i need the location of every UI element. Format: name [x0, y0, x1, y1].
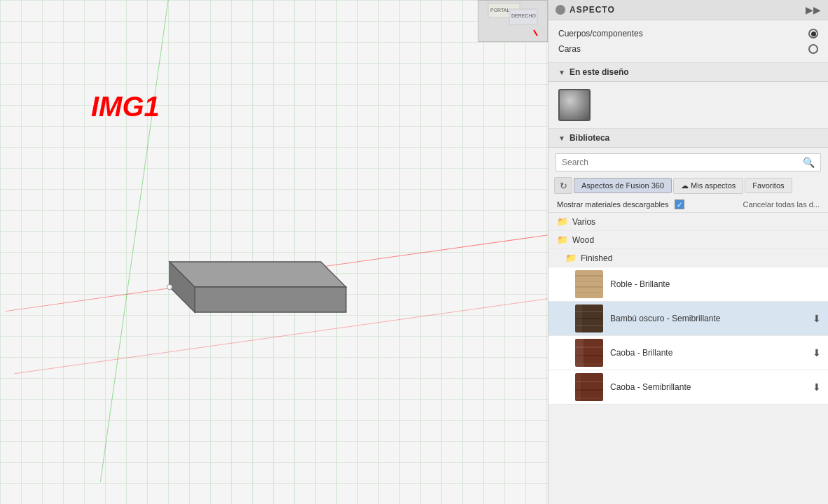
tree-item-finished[interactable]: 📁 Finished	[548, 249, 828, 267]
material-thumb-bambu	[575, 304, 603, 332]
material-thumb-caoba2	[575, 373, 603, 401]
refresh-button[interactable]: ↻	[554, 177, 572, 194]
en-este-diseno-title: En este diseño	[570, 67, 629, 77]
radio-cuerpos[interactable]	[808, 29, 818, 38]
material-tree-list[interactable]: 📁 Varios 📁 Wood 📁 Finished	[548, 213, 828, 504]
collapse-arrow-icon: ▼	[558, 69, 565, 76]
viewport-image-label: IMG1	[91, 91, 160, 122]
svg-rect-9	[575, 270, 603, 298]
tree-label-varios: Varios	[572, 217, 595, 227]
tab-favoritos[interactable]: Favoritos	[745, 178, 792, 193]
svg-rect-28	[575, 373, 581, 401]
material-thumb-inner	[560, 90, 589, 120]
material-row-caoba2[interactable]: Caoba - Semibrillante ⬇	[548, 370, 828, 405]
tabs-row: ↻ Aspectos de Fusion 360 ☁ Mis aspectos …	[548, 177, 828, 194]
svg-point-3	[167, 284, 172, 289]
svg-rect-23	[575, 339, 584, 367]
panel-expand-button[interactable]: ▶▶	[806, 4, 821, 15]
material-thumb-roble	[575, 270, 603, 298]
panel-title: ASPECTO	[570, 5, 801, 15]
svg-text:DERECHO: DERECHO	[511, 13, 537, 18]
cancel-all-link[interactable]: Cancelar todas las d...	[743, 200, 820, 209]
navigation-cube[interactable]: PORTAL DERECHO	[478, 0, 548, 42]
panel-header: ASPECTO ▶▶	[548, 0, 828, 20]
download-icon-caoba2[interactable]: ⬇	[813, 382, 821, 393]
material-label-bambu: Bambú oscuro - Semibrillante	[610, 314, 806, 323]
biblioteca-header[interactable]: ▼ Biblioteca	[548, 129, 828, 148]
cloud-icon: ☁	[681, 181, 689, 190]
biblioteca-title: Biblioteca	[570, 133, 609, 143]
show-downloadable-checkbox[interactable]: ✓	[675, 200, 684, 209]
folder-icon: 📁	[565, 253, 577, 263]
radio-label-cuerpos: Cuerpos/componentes	[558, 29, 643, 38]
show-downloadable-label: Mostrar materiales descargables	[557, 200, 669, 209]
folder-icon: 📁	[557, 234, 568, 245]
radio-label-caras: Caras	[558, 44, 581, 54]
checkbox-row: Mostrar materiales descargables ✓ Cancel…	[548, 197, 828, 213]
radio-section: Cuerpos/componentes Caras	[548, 20, 828, 63]
panel-icon	[556, 5, 565, 15]
radio-caras[interactable]	[808, 44, 818, 54]
tree-label-finished: Finished	[581, 253, 612, 263]
biblioteca-arrow-icon: ▼	[558, 134, 565, 142]
tab-aspectos-fusion[interactable]: Aspectos de Fusion 360	[574, 178, 672, 193]
material-row-bambu[interactable]: Bambú oscuro - Semibrillante ⬇	[548, 302, 828, 336]
search-icon: 🔍	[797, 154, 820, 171]
radio-row-cuerpos: Cuerpos/componentes	[558, 26, 818, 41]
svg-line-8	[534, 30, 537, 36]
material-row-caoba1[interactable]: Caoba - Brillante ⬇	[548, 336, 828, 370]
search-input[interactable]	[556, 154, 797, 171]
material-thumbnail-default[interactable]	[558, 89, 591, 121]
material-preview-area	[548, 82, 828, 129]
aspecto-panel: ASPECTO ▶▶ Cuerpos/componentes Caras ▼ E…	[548, 0, 828, 504]
svg-marker-1	[195, 287, 346, 312]
tree-item-wood[interactable]: 📁 Wood	[548, 231, 828, 249]
svg-text:PORTAL: PORTAL	[490, 8, 509, 13]
material-thumb-caoba1	[575, 339, 603, 367]
viewport: IMG1 PORTAL DERECHO	[0, 0, 548, 504]
download-icon-caoba1[interactable]: ⬇	[813, 347, 821, 358]
download-icon-bambu[interactable]: ⬇	[813, 313, 821, 324]
material-label-roble: Roble - Brillante	[610, 279, 821, 289]
material-label-caoba1: Caoba - Brillante	[610, 348, 806, 358]
tree-item-varios[interactable]: 📁 Varios	[548, 213, 828, 231]
tab-mis-aspectos[interactable]: ☁ Mis aspectos	[673, 178, 743, 194]
en-este-diseno-header[interactable]: ▼ En este diseño	[548, 63, 828, 82]
tree-label-wood: Wood	[572, 235, 594, 245]
material-row-roble[interactable]: Roble - Brillante	[548, 267, 828, 302]
svg-marker-0	[170, 262, 346, 287]
material-label-caoba2: Caoba - Semibrillante	[610, 382, 806, 392]
biblioteca-section: ▼ Biblioteca 🔍 ↻ Aspectos de Fusion 360 …	[548, 129, 828, 504]
search-row: 🔍	[556, 153, 821, 172]
svg-rect-18	[575, 304, 582, 332]
folder-icon: 📁	[557, 216, 568, 227]
radio-row-caras: Caras	[558, 41, 818, 57]
3d-object	[119, 224, 371, 350]
